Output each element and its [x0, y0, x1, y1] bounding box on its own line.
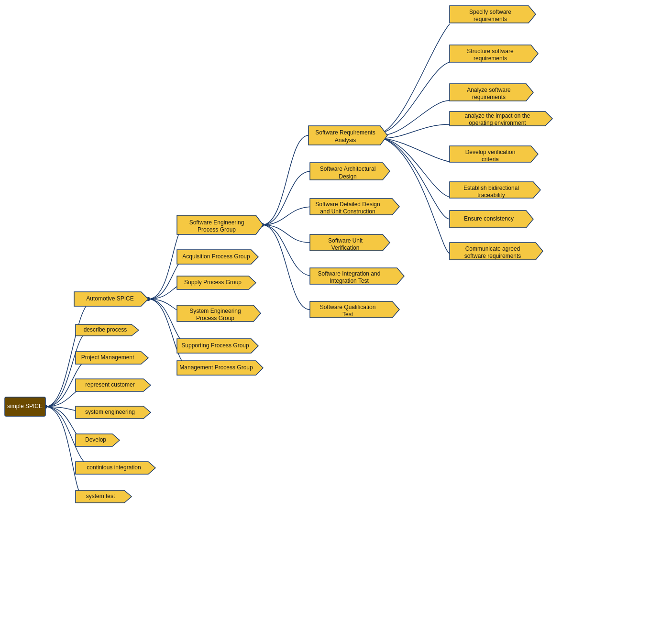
sdd-label2: and Unit Construction: [320, 208, 375, 215]
sit-label1: Software Integration and: [318, 270, 381, 277]
system-eng-pg-label: System Engineering: [189, 308, 241, 314]
supply-pg-node[interactable]: Supply Process Group: [177, 276, 256, 289]
project-management-label: Project Management: [81, 354, 134, 361]
establish-label2: traceability: [477, 192, 505, 199]
software-eng-pg-label: Software Engineering: [189, 219, 244, 226]
analyze-software-req-node[interactable]: Analyze software requirements: [450, 84, 533, 101]
management-pg-label: Management Process Group: [179, 364, 253, 371]
edge-root-describe: [45, 330, 91, 407]
structure-software-req-node[interactable]: Structure software requirements: [450, 45, 538, 62]
software-engineering-pg-node[interactable]: Software Engineering Process Group: [177, 215, 263, 234]
communicate-label1: Communicate agreed: [465, 245, 520, 252]
acquisition-pg-node[interactable]: Acquisition Process Group: [177, 250, 258, 264]
software-qualification-node[interactable]: Software Qualification Test: [310, 301, 399, 318]
impact-label2: operating environment: [469, 120, 526, 126]
system-test-label: system test: [86, 493, 115, 499]
edge-sra-structure: [383, 62, 450, 133]
system-test-node[interactable]: system test: [76, 490, 132, 503]
edge-sra-communicate: [383, 138, 450, 254]
root-label: simple SPICE: [7, 403, 43, 410]
structure-label1: Structure software: [467, 48, 514, 55]
management-pg-node[interactable]: Management Process Group: [177, 361, 263, 375]
suv-label1: Software Unit: [328, 237, 363, 244]
establish-label1: Establish bidirectional: [463, 185, 519, 191]
describe-process-node[interactable]: describe process: [76, 324, 139, 336]
specify-label1: Specify software: [469, 9, 511, 15]
ensure-consistency-node[interactable]: Ensure consistency: [450, 211, 533, 228]
analyze-impact-node[interactable]: analyze the impact on the operating envi…: [450, 111, 552, 126]
automotive-spice-node[interactable]: Automotive SPICE: [74, 292, 148, 306]
software-detailed-design-node[interactable]: Software Detailed Design and Unit Constr…: [310, 199, 399, 215]
continious-integration-node[interactable]: continious integration: [76, 462, 155, 474]
edge-seng-sra: [262, 135, 308, 225]
acquisition-pg-label: Acquisition Process Group: [182, 253, 250, 260]
supporting-pg-label: Supporting Process Group: [181, 342, 249, 349]
edge-sra-analyze: [383, 100, 450, 135]
analyze-label2: requirements: [472, 94, 506, 100]
establish-bidirectional-node[interactable]: Establish bidirectional traceability: [450, 182, 540, 199]
sad-label1: Software Architectural: [320, 166, 376, 172]
communicate-agreed-node[interactable]: Communicate agreed software requirements: [450, 243, 543, 260]
software-integration-node[interactable]: Software Integration and Integration Tes…: [310, 268, 404, 284]
edge-seng-sit: [262, 225, 313, 276]
sqt-label1: Software Qualification: [320, 304, 376, 310]
supporting-pg-node[interactable]: Supporting Process Group: [177, 339, 258, 353]
specify-label2: requirements: [474, 16, 507, 22]
specify-software-req-node[interactable]: Specify software requirements: [450, 6, 536, 23]
software-unit-verification-node[interactable]: Software Unit Verification: [310, 234, 390, 251]
analyze-label1: Analyze software: [467, 87, 511, 93]
software-arch-design-node[interactable]: Software Architectural Design: [310, 163, 390, 180]
software-req-analysis-node[interactable]: Software Requirements Analysis: [308, 126, 387, 145]
automotive-spice-label: Automotive SPICE: [86, 295, 133, 302]
communicate-label2: software requirements: [464, 253, 521, 259]
develop-node[interactable]: Develop: [76, 434, 120, 446]
sdd-label1: Software Detailed Design: [315, 201, 380, 208]
describe-process-label: describe process: [84, 326, 127, 333]
devverif-label2: criteria: [482, 156, 499, 163]
ensure-label: Ensure consistency: [464, 215, 514, 222]
sit-label2: Integration Test: [330, 277, 369, 284]
supply-pg-label: Supply Process Group: [184, 279, 242, 286]
develop-label: Develop: [85, 436, 106, 443]
sqt-label2: Test: [342, 311, 353, 318]
edge-seng-sqt: [262, 225, 310, 310]
system-eng-pg-label2: Process Group: [196, 315, 234, 322]
represent-customer-label: represent customer: [85, 381, 134, 388]
impact-label1: analyze the impact on the: [465, 112, 530, 119]
system-engineering-pg-node[interactable]: System Engineering Process Group: [177, 305, 261, 322]
develop-verification-node[interactable]: Develop verification criteria: [450, 146, 538, 163]
devverif-label1: Develop verification: [465, 149, 516, 155]
root-node: simple SPICE: [5, 397, 45, 416]
sra-label1: Software Requirements: [315, 129, 375, 136]
system-engineering-label: system engineering: [85, 409, 135, 415]
sad-label2: Design: [339, 173, 356, 180]
edge-seng-sdd: [262, 207, 313, 225]
system-engineering-node[interactable]: system engineering: [76, 406, 151, 419]
project-management-node[interactable]: Project Management: [76, 352, 148, 364]
sra-label2: Analysis: [335, 137, 356, 144]
continious-integration-label: continious integration: [87, 464, 141, 471]
software-eng-pg-label2: Process Group: [198, 226, 236, 233]
edge-sra-establish: [383, 138, 450, 197]
suv-label2: Verification: [331, 244, 360, 251]
structure-label2: requirements: [474, 55, 507, 62]
edge-sra-specify: [383, 24, 450, 133]
represent-customer-node[interactable]: represent customer: [76, 379, 151, 391]
edge-sra-impact: [383, 124, 450, 138]
